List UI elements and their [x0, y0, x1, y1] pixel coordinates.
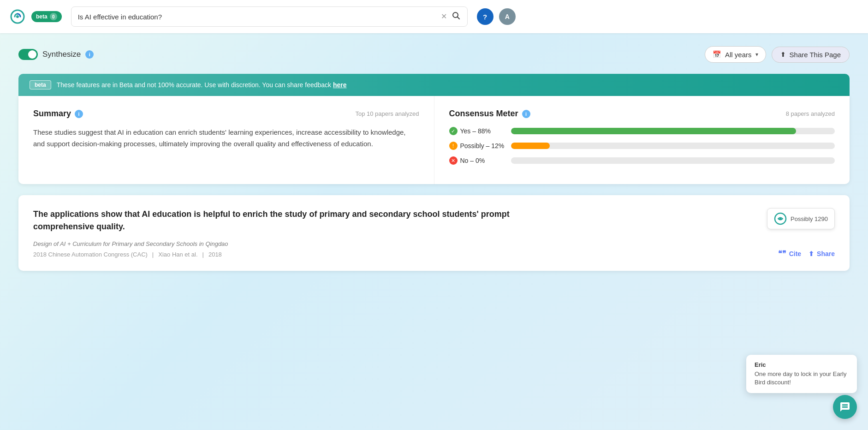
chat-notification-message: One more day to lock in your Early Bird … — [755, 370, 849, 387]
synthesis-card: Summary i Top 10 papers analyzed These s… — [18, 96, 850, 184]
synthesize-label: Synthesize — [42, 50, 81, 59]
share-paper-icon: ⬆ — [809, 250, 814, 257]
synthesize-toggle[interactable]: Synthesize i — [18, 49, 94, 60]
toggle-switch[interactable] — [18, 49, 38, 60]
paper-card: The applications show that AI education … — [18, 195, 850, 271]
summary-title: Summary — [33, 109, 71, 119]
avatar[interactable]: A — [499, 8, 516, 25]
summary-papers-count: Top 10 papers analyzed — [355, 110, 419, 117]
cite-label: Cite — [789, 250, 801, 257]
summary-text: These studies suggest that AI in educati… — [33, 127, 419, 150]
consensus-info-icon[interactable]: i — [522, 110, 530, 118]
banner-beta-badge: beta — [30, 80, 51, 90]
consensus-row-no: ✕ No – 0% — [449, 156, 835, 165]
beta-banner: beta These features are in Beta and not … — [18, 74, 850, 96]
share-paper-button[interactable]: ⬆ Share — [809, 250, 835, 257]
paper-meta-title: Design of AI + Curriculum for Primary an… — [33, 240, 835, 247]
avatar-label: A — [505, 13, 510, 20]
share-page-button[interactable]: ⬆ Share This Page — [772, 47, 850, 63]
no-dot: ✕ — [449, 156, 458, 165]
svg-point-4 — [779, 218, 782, 220]
yes-bar-bg — [511, 128, 835, 134]
yes-label: Yes – 88% — [460, 127, 491, 135]
beta-badge-label: beta — [36, 13, 48, 20]
help-button[interactable]: ? — [477, 8, 493, 25]
summary-title-group: Summary i — [33, 109, 83, 119]
main-content: Synthesize i 📅 All years ▾ ⬆ Share This … — [0, 33, 868, 284]
paper-actions: ❝❞ Cite ⬆ Share — [778, 249, 835, 258]
cite-button[interactable]: ❝❞ Cite — [778, 249, 801, 258]
paper-meta-row: 2018 Chinese Automation Congress (CAC) |… — [33, 251, 835, 258]
consensus-row-yes: ✓ Yes – 88% — [449, 127, 835, 135]
synthesize-info-icon[interactable]: i — [85, 50, 94, 59]
paper-journal: 2018 Chinese Automation Congress (CAC) — [33, 251, 148, 258]
chevron-down-icon: ▾ — [755, 51, 758, 58]
beta-count: 0 — [50, 13, 57, 20]
banner-feedback-link[interactable]: here — [333, 81, 347, 89]
yes-dot: ✓ — [449, 127, 458, 135]
summary-header: Summary i Top 10 papers analyzed — [33, 109, 419, 119]
consensus-row-possibly: ! Possibly – 12% — [449, 142, 835, 150]
consensus-label-possibly: ! Possibly – 12% — [449, 142, 505, 150]
possibly-dot: ! — [449, 142, 458, 150]
consensus-section: Consensus Meter i 8 papers analyzed ✓ Ye… — [434, 96, 850, 184]
search-input[interactable] — [78, 13, 441, 21]
paper-year: 2018 — [208, 251, 222, 258]
logo-icon[interactable] — [9, 8, 26, 25]
topbar: beta 0 ✕ ? A — [0, 0, 868, 33]
paper-author: Xiao Han et al. — [158, 251, 197, 258]
calendar-icon: 📅 — [713, 50, 721, 59]
year-filter-label: All years — [725, 51, 752, 59]
possibly-icon — [774, 212, 787, 225]
possibly-bar-fill — [511, 143, 550, 149]
svg-point-0 — [16, 15, 19, 18]
chat-notification[interactable]: Eric One more day to lock in your Early … — [746, 355, 857, 393]
cite-icon: ❝❞ — [778, 249, 786, 258]
possibly-bar-bg — [511, 143, 835, 149]
possibly-badge: Possibly 1290 — [767, 208, 835, 229]
separator-1: | — [152, 251, 154, 258]
chat-fab-icon — [839, 401, 850, 412]
consensus-title: Consensus Meter — [449, 109, 518, 119]
chat-fab-button[interactable] — [833, 395, 857, 419]
separator-2: | — [202, 251, 204, 258]
yes-bar-fill — [511, 128, 796, 134]
beta-badge[interactable]: beta 0 — [31, 11, 62, 22]
banner-message: These features are in Beta and not 100% … — [57, 81, 347, 89]
controls-right: 📅 All years ▾ ⬆ Share This Page — [705, 46, 850, 63]
search-icon[interactable] — [452, 11, 461, 23]
consensus-title-group: Consensus Meter i — [449, 109, 530, 119]
consensus-papers-count: 8 papers analyzed — [786, 110, 835, 117]
possibly-label: Possibly – 12% — [460, 142, 505, 149]
year-filter-button[interactable]: 📅 All years ▾ — [705, 46, 766, 63]
summary-section: Summary i Top 10 papers analyzed These s… — [18, 96, 434, 184]
chat-notification-name: Eric — [755, 361, 849, 368]
share-page-label: Share This Page — [790, 51, 841, 59]
help-label: ? — [483, 13, 487, 21]
summary-info-icon[interactable]: i — [75, 110, 83, 118]
svg-line-2 — [457, 17, 459, 19]
paper-quote: The applications show that AI education … — [33, 208, 541, 233]
share-up-icon: ⬆ — [780, 51, 786, 58]
consensus-label-yes: ✓ Yes – 88% — [449, 127, 505, 135]
no-bar-bg — [511, 157, 835, 164]
controls-row: Synthesize i 📅 All years ▾ ⬆ Share This … — [18, 46, 850, 63]
share-paper-label: Share — [817, 250, 835, 257]
consensus-label-no: ✕ No – 0% — [449, 156, 505, 165]
synthesis-block: beta These features are in Beta and not … — [18, 74, 850, 184]
topbar-right: ? A — [477, 8, 516, 25]
possibly-badge-label: Possibly 1290 — [791, 215, 828, 222]
search-clear-icon[interactable]: ✕ — [441, 13, 447, 20]
search-container: ✕ — [71, 6, 468, 27]
consensus-header: Consensus Meter i 8 papers analyzed — [449, 109, 835, 119]
no-label: No – 0% — [460, 157, 485, 164]
